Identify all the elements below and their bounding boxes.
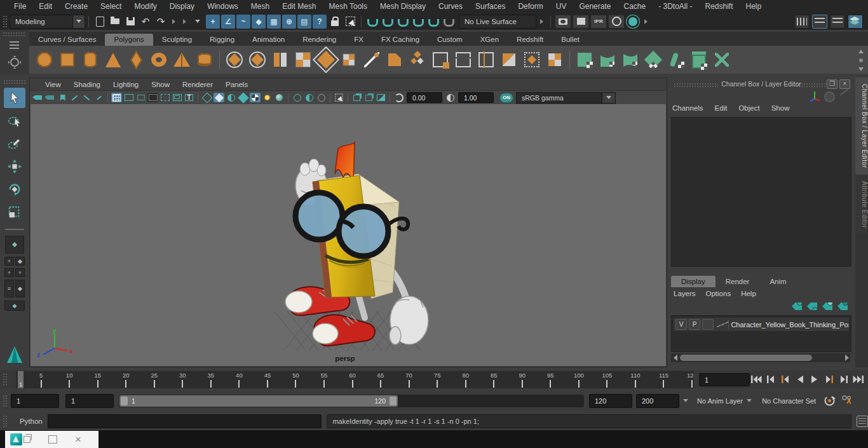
film-gate-toggle[interactable] xyxy=(123,93,134,102)
animation-start-field[interactable]: 1 xyxy=(11,394,59,408)
menu-mesh[interactable]: Mesh xyxy=(245,0,276,13)
gamma-button[interactable] xyxy=(445,93,456,102)
command-input[interactable] xyxy=(48,414,322,428)
menu-display[interactable]: Display xyxy=(163,0,201,13)
range-start-handle[interactable] xyxy=(121,397,128,405)
viewport-menu-panels[interactable]: Panels xyxy=(219,81,254,88)
attribute-editor-toggle[interactable] xyxy=(830,15,845,29)
exposure-field[interactable]: 0.00 xyxy=(407,92,442,103)
tab-attribute-editor[interactable]: Attribute Editor xyxy=(855,175,868,234)
safe-title-toggle[interactable]: T xyxy=(184,93,194,102)
character-set-selector[interactable]: No Character Set xyxy=(758,397,820,405)
snapshot-button[interactable] xyxy=(351,93,362,102)
shelf-tab-bullet[interactable]: Bullet xyxy=(552,34,588,46)
shelf-tab-rigging[interactable]: Rigging xyxy=(201,34,243,46)
layout-outliner-persp-button[interactable]: ≡ xyxy=(4,280,14,297)
slider-speed-icon[interactable] xyxy=(824,92,835,102)
planar-mapping-button[interactable] xyxy=(575,50,594,69)
automatic-mapping-button[interactable] xyxy=(644,50,663,69)
menu-curves[interactable]: Curves xyxy=(432,0,469,13)
help-mask-button[interactable]: ? xyxy=(313,15,327,29)
character-model[interactable] xyxy=(275,141,440,357)
go-to-end-button[interactable] xyxy=(851,372,865,386)
exposure-button[interactable] xyxy=(393,93,404,102)
collapsed-section-arrow[interactable] xyxy=(183,19,186,24)
menu-mesh-tools[interactable]: Mesh Tools xyxy=(323,0,374,13)
shelf-tab-redshift[interactable]: Redshift xyxy=(508,34,552,46)
command-language-label[interactable]: Python xyxy=(20,417,43,425)
image-plane-button[interactable] xyxy=(69,93,80,102)
field-chart-toggle[interactable] xyxy=(159,93,170,102)
lock-button[interactable] xyxy=(328,15,342,29)
menu-surfaces[interactable]: Surfaces xyxy=(469,0,512,13)
render-view-button[interactable] xyxy=(555,15,571,29)
color-management-toggle[interactable]: ON xyxy=(499,93,513,103)
select-component-button[interactable]: ~ xyxy=(236,15,250,29)
shelf-scroll[interactable] xyxy=(857,50,865,71)
shelf-tab-custom[interactable]: Custom xyxy=(428,34,471,46)
collapsed-section-arrow[interactable] xyxy=(540,19,543,24)
bridge-button[interactable] xyxy=(499,50,519,69)
anim-layer-selector[interactable]: No Anim Layer xyxy=(693,397,747,405)
move-tool[interactable] xyxy=(4,156,25,177)
poly-torus-button[interactable] xyxy=(149,50,168,69)
snap-mode-button[interactable]: ◆ xyxy=(252,15,266,29)
layer-row[interactable]: V P Character_Yellow_Book_Thinking_Pose xyxy=(673,317,850,332)
undo-button[interactable]: ↶ xyxy=(139,15,153,29)
layer-name[interactable]: Character_Yellow_Book_Thinking_Pose xyxy=(731,321,849,329)
menu-edit-mesh[interactable]: Edit Mesh xyxy=(276,0,322,13)
restore-window-icon[interactable] xyxy=(24,436,31,443)
poly-sphere-button[interactable] xyxy=(35,50,54,69)
animation-end-field[interactable]: 200 xyxy=(636,394,679,408)
bookmark-button[interactable] xyxy=(57,93,68,102)
ipr-render-button[interactable]: IPR xyxy=(590,15,607,29)
menu-file[interactable]: File xyxy=(8,0,32,13)
shelf-tab-polygons[interactable]: Polygons xyxy=(105,34,153,46)
modeling-toolkit-toggle[interactable] xyxy=(794,15,810,29)
reduce-button[interactable] xyxy=(294,50,313,69)
shelf-tab-fx[interactable]: FX xyxy=(345,34,372,46)
viewport-menu-shading[interactable]: Shading xyxy=(67,81,107,88)
channelbox-menu-edit[interactable]: Edit xyxy=(715,104,728,112)
layer-playback-toggle[interactable]: P xyxy=(689,319,700,330)
poly-cube-button[interactable] xyxy=(58,50,77,69)
separate-button[interactable] xyxy=(248,50,267,69)
toon-shading-button[interactable] xyxy=(626,15,640,29)
insert-edge-loop-button[interactable] xyxy=(477,50,496,69)
shelf-tab-fx-caching[interactable]: FX Caching xyxy=(372,34,428,46)
close-window-button[interactable]: × xyxy=(75,434,81,445)
collapsed-section-arrow[interactable] xyxy=(172,19,175,24)
animation-preferences-button[interactable] xyxy=(841,395,853,407)
layout-persp-graph-button[interactable]: ◆ xyxy=(15,280,25,297)
menu-cache[interactable]: Cache xyxy=(617,0,652,13)
layer-color-swatch[interactable] xyxy=(717,320,729,329)
scale-tool[interactable] xyxy=(4,202,25,222)
layout-wide-button[interactable]: ◆ xyxy=(4,301,25,311)
play-backwards-button[interactable] xyxy=(792,372,807,386)
default-material-button[interactable] xyxy=(316,93,327,102)
menu-redshift[interactable]: Redshift xyxy=(699,0,740,13)
snapshot-multi-button[interactable] xyxy=(363,93,374,102)
step-forward-key-button[interactable] xyxy=(822,372,836,386)
poly-pipe-button[interactable] xyxy=(195,50,214,69)
section-caret[interactable] xyxy=(195,20,200,23)
script-editor-button[interactable] xyxy=(857,416,868,427)
toolbox-grip[interactable] xyxy=(3,79,26,84)
poly-cone-button[interactable] xyxy=(104,50,123,69)
layout-split-button[interactable]: + xyxy=(15,268,25,277)
viewport-menu-renderer[interactable]: Renderer xyxy=(176,81,219,88)
panel-maximize-button[interactable]: ❐ xyxy=(827,79,837,89)
current-frame-field[interactable]: 1 xyxy=(699,373,750,386)
menu-mesh-display[interactable]: Mesh Display xyxy=(374,0,432,13)
menu-uv[interactable]: UV xyxy=(550,0,573,13)
color-space-selector[interactable]: sRGB gamma xyxy=(516,92,602,104)
grid-toggle[interactable] xyxy=(111,93,122,102)
component-toggle-button[interactable] xyxy=(545,50,564,69)
save-scene-button[interactable] xyxy=(123,15,137,29)
snap-to-projected-center-button[interactable] xyxy=(411,15,425,29)
shelf-tab-rendering[interactable]: Rendering xyxy=(294,34,345,46)
auto-keyframe-toggle[interactable] xyxy=(824,395,836,407)
sidebar-layers-toggle[interactable] xyxy=(848,15,863,29)
range-grip[interactable] xyxy=(3,395,7,407)
shelf-tab-animation[interactable]: Animation xyxy=(243,34,294,46)
